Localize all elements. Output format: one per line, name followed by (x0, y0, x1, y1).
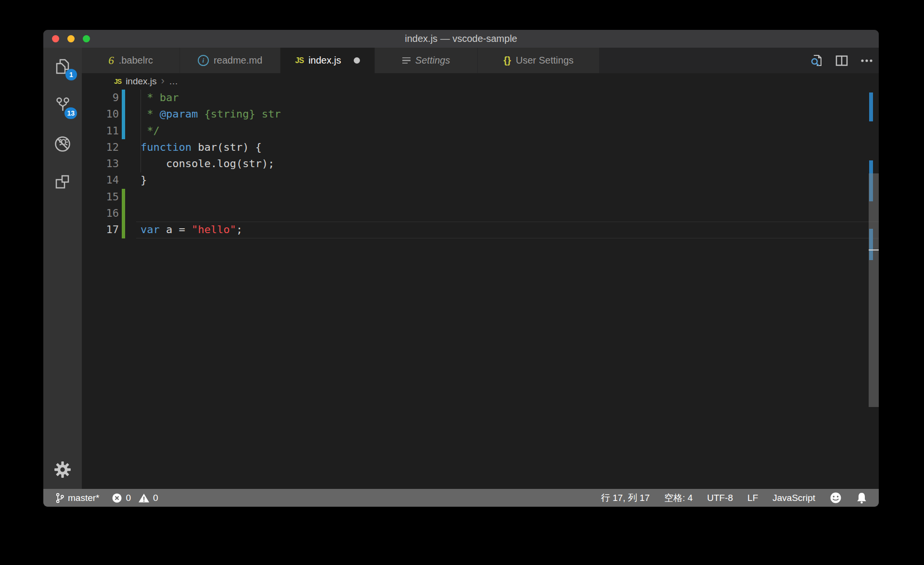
code-text: * @param {string} str (141, 106, 281, 122)
breadcrumb-symbol[interactable]: … (169, 76, 178, 87)
eol-indicator[interactable]: LF (747, 493, 758, 503)
gutter-modified-indicator (122, 123, 125, 139)
tab-label: Settings (415, 55, 450, 66)
title-bar[interactable]: index.js — vscode-sample (43, 30, 879, 48)
sidebar-item-source-control[interactable]: 13 (43, 86, 82, 125)
notifications-button[interactable] (856, 492, 867, 504)
gutter-added-indicator (122, 222, 125, 238)
line-number[interactable]: 15 (82, 189, 119, 205)
problems-indicator[interactable]: 0 0 (112, 493, 158, 503)
code-line-12[interactable]: 12function bar(str) { (82, 139, 879, 156)
code-text: console.log(str); (141, 156, 274, 172)
babel-icon: 6 (108, 54, 114, 67)
ellipsis-icon (860, 53, 874, 68)
code-text: var a = "hello"; (141, 222, 243, 238)
code-line-17[interactable]: 17var a = "hello"; (82, 222, 879, 238)
error-icon (112, 493, 122, 503)
sidebar-item-debug[interactable] (43, 125, 82, 163)
explorer-badge: 1 (65, 69, 77, 80)
gutter-added-indicator (122, 205, 125, 222)
line-number[interactable]: 13 (82, 156, 119, 172)
ruler-modified-mark (869, 92, 873, 121)
open-changes-button[interactable] (809, 53, 824, 68)
language-mode-indicator[interactable]: JavaScript (772, 493, 815, 503)
sidebar-item-explorer[interactable]: 1 (43, 48, 82, 86)
warning-count: 0 (153, 493, 158, 503)
tab-bar: 6 .babelrc i readme.md JS index.js S (82, 48, 879, 73)
braces-icon: {} (503, 55, 511, 66)
overview-ruler (869, 90, 879, 489)
breadcrumb-file[interactable]: index.js (126, 76, 156, 87)
branch-name: master* (68, 493, 99, 503)
close-window-button[interactable] (52, 35, 59, 42)
line-number[interactable]: 10 (82, 106, 119, 122)
git-branch-indicator[interactable]: master* (55, 492, 99, 504)
tab-user-settings[interactable]: {} User Settings (478, 48, 600, 73)
code-line-10[interactable]: 10 * @param {string} str (82, 106, 879, 122)
warning-icon (138, 493, 150, 503)
code-text: } (141, 172, 147, 188)
tab-label: .babelrc (119, 55, 153, 66)
source-control-badge: 13 (64, 107, 77, 119)
code-text: function bar(str) { (141, 139, 262, 156)
gear-icon (53, 460, 72, 479)
chevron-right-icon: › (161, 76, 165, 88)
manage-gear-button[interactable] (43, 450, 82, 489)
tab-label: User Settings (516, 55, 574, 66)
git-branch-icon (55, 492, 64, 504)
code-line-11[interactable]: 11 */ (82, 123, 879, 139)
ruler-cursor-mark (869, 250, 879, 250)
debug-icon (53, 134, 72, 154)
line-number[interactable]: 11 (82, 123, 119, 139)
indentation-indicator[interactable]: 空格: 4 (664, 492, 693, 504)
line-number[interactable]: 12 (82, 139, 119, 156)
tab-settings[interactable]: Settings (375, 48, 478, 73)
gutter-modified-indicator (122, 106, 125, 122)
code-lines: 9 * bar10 * @param {string} str11 */12fu… (82, 90, 879, 489)
file-search-icon (809, 53, 824, 68)
encoding-indicator[interactable]: UTF-8 (707, 493, 733, 503)
window-title: index.js — vscode-sample (405, 33, 517, 44)
error-count: 0 (126, 493, 131, 503)
activity-bar: 1 13 (43, 48, 82, 489)
code-line-15[interactable]: 15 (82, 189, 879, 205)
zoom-window-button[interactable] (83, 35, 90, 42)
modified-dot-icon[interactable] (354, 57, 360, 64)
line-number[interactable]: 17 (82, 222, 119, 238)
traffic-lights (52, 30, 90, 48)
sidebar-item-extensions[interactable] (43, 163, 82, 202)
tab-index-js[interactable]: JS index.js (281, 48, 375, 73)
info-icon: i (198, 55, 209, 66)
scrollbar-thumb[interactable] (869, 173, 879, 407)
breadcrumb: JS index.js › … (82, 73, 879, 90)
tab-babelrc[interactable]: 6 .babelrc (82, 48, 180, 73)
gutter-modified-indicator (122, 90, 125, 106)
desktop-background: index.js — vscode-sample 1 (0, 0, 924, 565)
tab-readme-md[interactable]: i readme.md (180, 48, 281, 73)
line-number[interactable]: 9 (82, 90, 119, 106)
tab-label: readme.md (214, 55, 262, 66)
line-number[interactable]: 14 (82, 172, 119, 188)
js-icon: JS (295, 56, 304, 65)
bell-icon (856, 492, 867, 504)
minimize-window-button[interactable] (67, 35, 75, 42)
code-line-9[interactable]: 9 * bar (82, 90, 879, 106)
gutter-added-indicator (122, 189, 125, 205)
split-editor-button[interactable] (834, 53, 849, 68)
code-editor[interactable]: 9 * bar10 * @param {string} str11 */12fu… (82, 90, 879, 489)
split-editor-icon (834, 53, 849, 68)
status-bar: master* 0 0 (43, 489, 879, 507)
code-line-16[interactable]: 16 (82, 205, 879, 222)
code-line-13[interactable]: 13 console.log(str); (82, 156, 879, 172)
cursor-position-indicator[interactable]: 行 17, 列 17 (601, 492, 650, 504)
smiley-icon (830, 492, 842, 504)
line-number[interactable]: 16 (82, 205, 119, 222)
extensions-icon (53, 173, 72, 192)
feedback-button[interactable] (830, 492, 842, 504)
code-text: */ (141, 123, 160, 139)
settings-list-icon (402, 57, 411, 64)
more-actions-button[interactable] (860, 53, 874, 68)
code-text: * bar (141, 90, 179, 106)
tab-label: index.js (308, 55, 341, 66)
code-line-14[interactable]: 14} (82, 172, 879, 188)
